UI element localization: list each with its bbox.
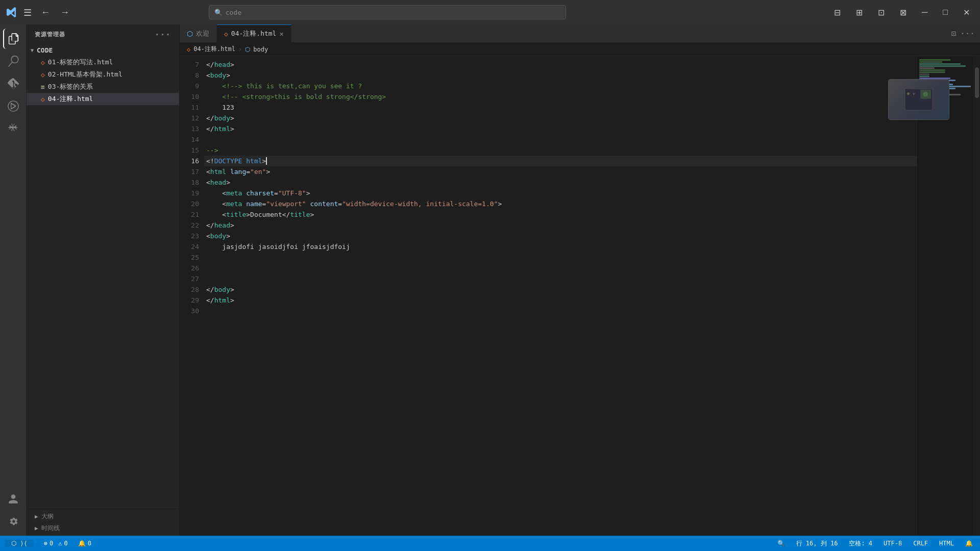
- tab-close-icon[interactable]: ✕: [279, 30, 283, 38]
- window-close-button[interactable]: ✕: [959, 6, 974, 19]
- file-tree: ▼ CODE ◇ 01-标签的写法.html ◇ 02-HTML基本骨架.htm…: [27, 42, 179, 509]
- scrollbar-thumb[interactable]: [975, 67, 979, 98]
- line-num-26: 26: [180, 263, 199, 273]
- code-line-28: </body>: [204, 284, 917, 295]
- status-bar: ⬡ ⟩⟨ ⊗ 0 ⚠ 0 🔔 0 🔍 行 16, 列 16 空格: 4 UTF-…: [0, 536, 980, 551]
- editor-area: ⬡ 欢迎 ◇ 04-注释.html ✕ ⊡ ··· ◇ 04-注释.html ›…: [180, 24, 980, 536]
- activity-account-button[interactable]: [3, 489, 23, 509]
- code-line-25: [204, 252, 917, 263]
- search-status-button[interactable]: 🔍: [775, 540, 787, 547]
- error-icon: ⊗: [44, 540, 47, 547]
- activity-bar-bottom: [3, 489, 23, 536]
- layout-editor-toggle[interactable]: ⊡: [874, 6, 889, 19]
- activity-run-button[interactable]: [3, 96, 23, 116]
- code-line-24: jasjdofi jasoidjfoi jfoaisjdfoij: [204, 241, 917, 252]
- line-ending-button[interactable]: CRLF: [911, 540, 930, 547]
- layout-custom-toggle[interactable]: ⊠: [896, 6, 911, 19]
- line-num-28: 28: [180, 284, 199, 295]
- floating-widget-content: 中 学: [889, 80, 949, 119]
- line-num-21: 21: [180, 209, 199, 220]
- window-minimize-button[interactable]: ─: [918, 6, 932, 19]
- activity-explorer-button[interactable]: [3, 29, 23, 49]
- notifications-bell-icon: 🔔: [965, 540, 973, 547]
- breadcrumb-symbol[interactable]: body: [253, 46, 268, 53]
- breadcrumb-separator: ›: [238, 46, 242, 53]
- code-editor[interactable]: </head> <body> <!--> this is test,can yo…: [204, 56, 917, 536]
- search-icon: 🔍: [214, 9, 223, 16]
- outline-label: 大纲: [41, 512, 54, 521]
- line-num-25: 25: [180, 252, 199, 263]
- cursor-position-text: 行 16, 列 16: [796, 539, 838, 548]
- file-name: 01-标签的写法.html: [48, 58, 113, 67]
- vscode-logo-icon: [6, 7, 17, 18]
- vscode-brand-button[interactable]: ⬡ ⟩⟨: [5, 540, 34, 547]
- activity-extensions-button[interactable]: [3, 118, 23, 139]
- scrollbar-track[interactable]: [973, 56, 980, 536]
- file-02-HTML基本骨架[interactable]: ◇ 02-HTML基本骨架.html: [27, 68, 179, 81]
- nav-buttons: ← →: [38, 5, 72, 20]
- error-count-button[interactable]: ⊗ 0 ⚠ 0: [42, 540, 70, 547]
- sidebar-bottom-panels: ▶ 大纲: [27, 509, 179, 524]
- file-03-标签的关系[interactable]: ≡ 03-标签的关系: [27, 81, 179, 93]
- language-mode-button[interactable]: HTML: [937, 540, 956, 547]
- code-line-16: <!DOCTYPE html>: [204, 156, 917, 166]
- editor-content[interactable]: 7 8 9 10 11 12 13 14 15 16 17 18 19 20 2…: [180, 56, 980, 536]
- layout-panel-toggle[interactable]: ⊞: [852, 6, 867, 19]
- sidebar: 资源管理器 ··· ▼ CODE ◇ 01-标签的写法.html ◇ 02-HT…: [27, 24, 180, 536]
- notifications-bell-button[interactable]: 🔔: [963, 540, 975, 547]
- tabs-area: ⬡ 欢迎 ◇ 04-注释.html ✕ ⊡ ···: [180, 24, 980, 43]
- breadcrumb-file[interactable]: 04-注释.html: [193, 45, 235, 54]
- language-mode-text: HTML: [939, 540, 954, 547]
- line-num-16: 16: [180, 156, 199, 166]
- more-actions-button[interactable]: ···: [960, 29, 975, 38]
- breadcrumb-symbol-icon: ⬡: [245, 46, 250, 53]
- layout-sidebar-toggle[interactable]: ⊟: [830, 6, 845, 19]
- code-line-30: [204, 306, 917, 316]
- activity-settings-button[interactable]: [3, 511, 23, 532]
- title-bar-right: ⊟ ⊞ ⊡ ⊠ ─ □ ✕: [830, 6, 974, 19]
- sidebar-actions-button[interactable]: ···: [155, 30, 171, 39]
- code-line-23: <body>: [204, 231, 917, 241]
- html-tab-icon: ◇: [224, 30, 228, 38]
- tab-welcome[interactable]: ⬡ 欢迎: [180, 24, 217, 42]
- activity-search-button[interactable]: [3, 51, 23, 71]
- file-04-注释[interactable]: ◇ 04-注释.html: [27, 93, 179, 105]
- html-file-icon-active: ◇: [41, 95, 45, 103]
- tab-04-注释[interactable]: ◇ 04-注释.html ✕: [217, 24, 291, 42]
- search-bar[interactable]: 🔍 code: [209, 5, 566, 19]
- code-line-21: <title>Document</title>: [204, 209, 917, 220]
- floating-widget: 中 学: [888, 79, 949, 120]
- outline-panel[interactable]: ▶ 大纲: [35, 512, 54, 521]
- split-editor-button[interactable]: ⊡: [951, 29, 956, 38]
- encoding-button[interactable]: UTF-8: [881, 540, 904, 547]
- code-line-11: 123: [204, 102, 917, 113]
- nav-back-button[interactable]: ←: [38, 5, 53, 20]
- code-line-12: </body>: [204, 113, 917, 123]
- line-num-7: 7: [180, 59, 199, 70]
- activity-git-button[interactable]: [3, 73, 23, 94]
- chevron-right-icon: ▶: [35, 513, 38, 520]
- cursor-position-button[interactable]: 行 16, 列 16: [794, 539, 840, 548]
- svg-point-0: [8, 101, 18, 111]
- chevron-down-icon: ▼: [31, 47, 34, 53]
- line-num-8: 8: [180, 70, 199, 81]
- timeline-panel[interactable]: ▶ 时间线: [35, 524, 60, 533]
- search-text: code: [226, 9, 241, 16]
- tree-section-code[interactable]: ▼ CODE: [27, 44, 179, 56]
- code-line-17: <html lang="en">: [204, 166, 917, 177]
- line-num-27: 27: [180, 273, 199, 284]
- notifications-button[interactable]: 🔔 0: [76, 540, 93, 547]
- line-num-23: 23: [180, 231, 199, 241]
- line-num-11: 11: [180, 102, 199, 113]
- line-num-24: 24: [180, 241, 199, 252]
- line-num-18: 18: [180, 177, 199, 188]
- indentation-text: 空格: 4: [849, 539, 872, 548]
- hamburger-menu-button[interactable]: ☰: [23, 7, 32, 18]
- file-01-标签的写法[interactable]: ◇ 01-标签的写法.html: [27, 56, 179, 68]
- nav-forward-button[interactable]: →: [57, 5, 72, 20]
- line-num-30: 30: [180, 306, 199, 316]
- tree-section-label: CODE: [37, 46, 53, 54]
- code-line-15: -->: [204, 145, 917, 156]
- indentation-button[interactable]: 空格: 4: [847, 539, 874, 548]
- window-maximize-button[interactable]: □: [939, 6, 952, 19]
